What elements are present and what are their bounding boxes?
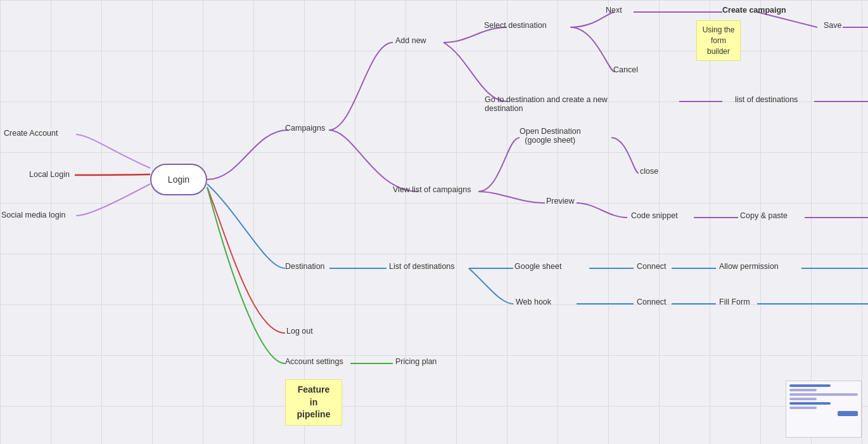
list-destinations-label: list of destinations [735, 95, 798, 104]
close-label: close [640, 167, 658, 176]
next-label: Next [606, 6, 622, 15]
destination-label: Destination [285, 262, 325, 271]
connect-gs-label: Connect [637, 262, 667, 271]
view-list-label: View list of campaigns [393, 185, 471, 194]
allow-permission-label: Allow permission [719, 262, 779, 271]
create-account-label: Create Account [4, 129, 58, 138]
campaigns-label: Campaigns [285, 124, 325, 133]
login-node: Login [150, 164, 207, 195]
feature-pipeline-note: Feature in pipeline [285, 379, 342, 426]
add-new-label: Add new [395, 36, 426, 45]
local-login-label: Local Login [29, 170, 70, 179]
select-destination-label: Select destination [484, 21, 547, 30]
pricing-plan-label: Pricing plan [395, 357, 437, 366]
google-sheet-label: Google sheet [514, 262, 561, 271]
preview-label: Preview [546, 197, 574, 206]
list-dest-label: List of destinations [389, 262, 455, 271]
mind-map-canvas [0, 0, 868, 444]
account-settings-label: Account settings [285, 357, 343, 366]
code-snippet-label: Code snippet [631, 211, 678, 220]
log-out-label: Log out [286, 327, 313, 336]
login-label: Login [168, 174, 189, 185]
create-campaign-label: Create campaign [722, 6, 786, 15]
fill-form-label: Fill Form [719, 297, 750, 306]
save-label: Save [824, 21, 842, 30]
mini-preview [786, 381, 862, 438]
go-to-destination-label: Go to destination and create a new desti… [485, 95, 611, 113]
open-destination-label: Open Destination (google sheet) [520, 127, 581, 145]
using-form-builder-note: Using the form builder [696, 20, 741, 61]
web-hook-label: Web hook [516, 297, 551, 306]
social-media-login-label: Social media login [1, 211, 65, 219]
copy-paste-label: Copy & paste [740, 211, 788, 220]
cancel-label: Cancel [613, 65, 638, 74]
connect-wh-label: Connect [637, 297, 667, 306]
